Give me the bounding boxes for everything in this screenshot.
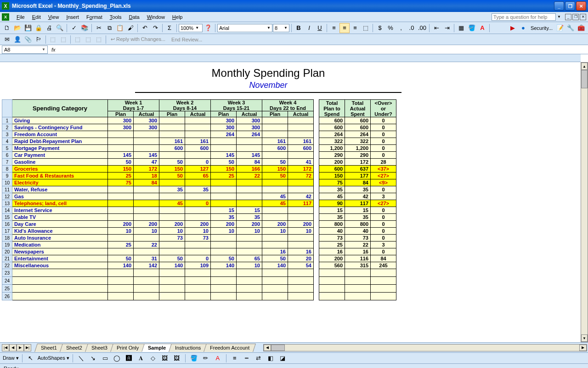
table-row[interactable]: 11Water, Refuse353535350: [2, 186, 396, 193]
horizontal-scrollbar[interactable]: ◀ ▶: [263, 344, 587, 351]
scroll-left-icon[interactable]: ◀: [264, 345, 271, 351]
table-row[interactable]: 1Giving3003003003006006000: [2, 117, 396, 124]
collab1-icon[interactable]: ⬚: [48, 34, 58, 45]
table-row[interactable]: 2Savings - Contingency Fund3003003003006…: [2, 124, 396, 131]
sheet-tab[interactable]: Sheet3: [85, 344, 114, 352]
sheet-tab[interactable]: Freedom Account: [204, 344, 256, 352]
menu-file[interactable]: File: [13, 13, 28, 21]
font-combo[interactable]: Arial▼: [217, 24, 272, 32]
menu-help[interactable]: Help: [169, 13, 187, 21]
new-icon[interactable]: 🗋: [2, 23, 12, 33]
redo-icon[interactable]: ↷: [150, 23, 160, 33]
table-row[interactable]: 3Freedom Account2642642642640: [2, 131, 396, 138]
table-row[interactable]: 4Rapid Debt-Repayment Plan16116116116132…: [2, 138, 396, 145]
table-row[interactable]: 18Auto Insurance737373730: [2, 235, 396, 242]
comma-icon[interactable]: ,: [396, 23, 406, 33]
table-row[interactable]: 13Telephones; land, cell4504511790117<27…: [2, 200, 396, 207]
name-box[interactable]: A8▼: [2, 46, 48, 54]
minimize-button[interactable]: _: [554, 1, 564, 11]
inc-indent-icon[interactable]: ⇥: [442, 23, 452, 33]
menu-view[interactable]: View: [45, 13, 63, 21]
tab-first-icon[interactable]: |◀: [2, 344, 9, 351]
table-row[interactable]: 23: [2, 269, 396, 277]
select-icon[interactable]: ↖: [26, 353, 36, 363]
menu-insert[interactable]: Insert: [62, 13, 83, 21]
research-icon[interactable]: 📚: [79, 23, 90, 33]
table-row[interactable]: 17Kid's Allowance101010101010101040400: [2, 228, 396, 235]
maximize-button[interactable]: ❐: [565, 1, 575, 11]
bold-icon[interactable]: B: [294, 23, 304, 33]
table-row[interactable]: 8Groceries150172150127150166150172600637…: [2, 166, 396, 172]
shadow-icon[interactable]: ◧: [266, 353, 276, 363]
permission-icon[interactable]: 🔒: [34, 23, 44, 33]
table-row[interactable]: 25: [2, 285, 396, 293]
reply-changes[interactable]: ↩ Reply with Changes...: [108, 36, 168, 42]
table-row[interactable]: 14Internet Service151515150: [2, 207, 396, 214]
worksheet-content[interactable]: Monthly Spending Plan November Spending …: [0, 62, 581, 342]
cut-icon[interactable]: ✂: [94, 23, 104, 33]
zoom-combo[interactable]: 100%▼: [179, 24, 203, 32]
table-row[interactable]: 6Car Payment1451451451452902900: [2, 152, 396, 159]
currency-icon[interactable]: $: [375, 23, 385, 33]
oval-icon[interactable]: ◯: [112, 353, 122, 363]
underline-icon[interactable]: U: [315, 23, 325, 33]
picture-icon[interactable]: 🖼: [172, 353, 182, 363]
merge-icon[interactable]: ⬚: [361, 23, 371, 33]
vertical-scrollbar[interactable]: ▲ ▼: [581, 62, 588, 342]
spell-icon[interactable]: ✓: [69, 23, 79, 33]
draw-menu[interactable]: Draw ▾: [3, 355, 19, 361]
end-review[interactable]: End Review...: [169, 37, 205, 42]
table-row[interactable]: 5Mortgage Payment6006006006001,2001,2000: [2, 145, 396, 152]
table-row[interactable]: 9Fast Food & Restaurants2518506525225072…: [2, 172, 396, 179]
dash-icon[interactable]: ┅: [242, 353, 252, 363]
line-style-icon[interactable]: ≡: [230, 353, 240, 363]
help-icon[interactable]: ❓: [203, 23, 213, 33]
doc-minimize[interactable]: _: [565, 14, 571, 20]
autoshapes-menu[interactable]: AutoShapes ▾: [38, 355, 69, 361]
fill-icon[interactable]: 🪣: [189, 353, 199, 363]
fx-icon[interactable]: fx: [51, 47, 56, 52]
column-headers[interactable]: [0, 54, 581, 62]
textbox-icon[interactable]: 🅰: [124, 353, 134, 363]
collab4-icon[interactable]: ⬚: [83, 34, 93, 45]
table-row[interactable]: 24: [2, 277, 396, 285]
align-left-icon[interactable]: ≡: [329, 23, 339, 33]
send-mail-icon[interactable]: ✉: [2, 34, 12, 45]
spending-table[interactable]: Spending CategoryWeek 1Days 1-7Week 2Day…: [2, 99, 396, 300]
menu-window[interactable]: Window: [143, 13, 169, 21]
design-icon[interactable]: 🔧: [565, 23, 576, 33]
preview-icon[interactable]: 🔍: [55, 23, 65, 33]
rect-icon[interactable]: ▭: [100, 353, 110, 363]
arrow-icon[interactable]: ↘: [88, 353, 98, 363]
dec-indent-icon[interactable]: ⇤: [431, 23, 441, 33]
help-search[interactable]: [492, 13, 556, 21]
tab-last-icon[interactable]: ▶|: [24, 344, 31, 351]
close-button[interactable]: ✕: [576, 1, 586, 11]
tab-prev-icon[interactable]: ◀: [9, 344, 17, 351]
inc-decimal-icon[interactable]: .0: [407, 23, 417, 33]
menu-edit[interactable]: Edit: [28, 13, 45, 21]
vba-icon[interactable]: 📝: [555, 23, 565, 33]
fontsize-combo[interactable]: 8▼: [273, 24, 289, 32]
clipart-icon[interactable]: 🖼: [160, 353, 170, 363]
paste-icon[interactable]: 📋: [115, 23, 125, 33]
scroll-right-icon[interactable]: ▶: [579, 345, 587, 351]
wordart-icon[interactable]: 𝐀: [136, 353, 146, 363]
format-painter-icon[interactable]: 🖌: [125, 23, 136, 33]
table-row[interactable]: 10Electricity75847584<9>: [2, 179, 396, 186]
toolbox-icon[interactable]: 🧰: [576, 23, 586, 33]
hscroll-thumb[interactable]: [271, 345, 285, 351]
macro-record-icon[interactable]: ●: [518, 23, 528, 33]
scroll-thumb[interactable]: [581, 70, 588, 88]
doc-restore[interactable]: ❐: [572, 14, 579, 20]
arrow-style-icon[interactable]: ⇄: [254, 353, 264, 363]
table-row[interactable]: 22Miscellaneous1401421401091401014054560…: [2, 262, 396, 269]
scroll-up-icon[interactable]: ▲: [581, 63, 588, 70]
table-row[interactable]: 7Gasoline50475005084504120017228: [2, 159, 396, 166]
fill-color-icon[interactable]: 🪣: [467, 23, 477, 33]
dec-decimal-icon[interactable]: .00: [417, 23, 427, 33]
copy-icon[interactable]: ⧉: [104, 23, 114, 33]
table-row[interactable]: 15Cable TV353535350: [2, 214, 396, 221]
doc-close[interactable]: ✕: [580, 14, 586, 20]
sheet-tab[interactable]: Sample: [141, 344, 172, 352]
